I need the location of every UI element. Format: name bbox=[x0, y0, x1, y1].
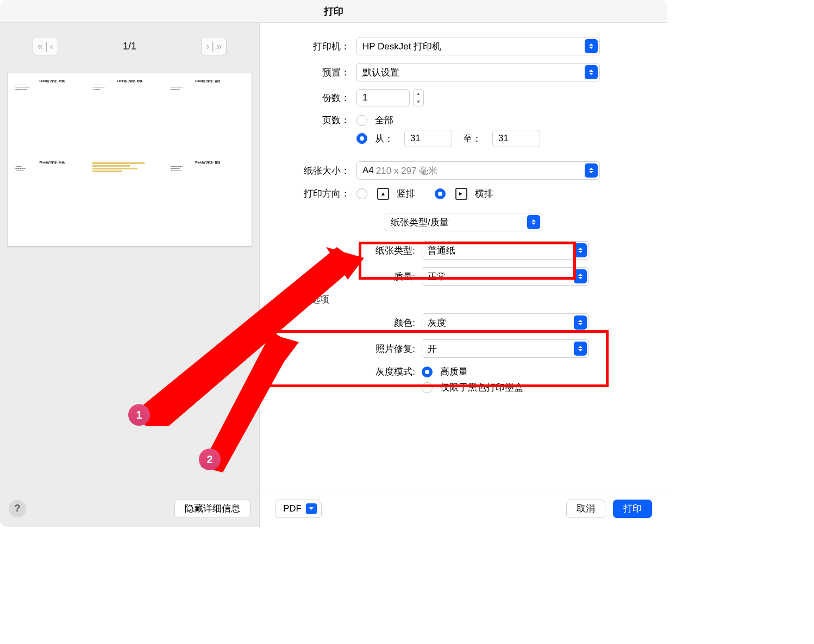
first-page-icon: « bbox=[37, 41, 43, 52]
hide-details-button[interactable]: 隐藏详细信息 bbox=[174, 500, 251, 518]
updown-icon bbox=[527, 215, 540, 229]
footer: ? 隐藏详细信息 PDF 取消 打印 bbox=[0, 490, 667, 527]
portrait-label: 竖排 bbox=[397, 187, 415, 200]
paper-size-label: 纸张大小： bbox=[276, 165, 356, 177]
quality-select[interactable]: 正常 bbox=[422, 267, 589, 286]
paper-type-label: 纸张类型: bbox=[276, 244, 422, 257]
landscape-icon: ▲ bbox=[455, 188, 467, 200]
print-button[interactable]: 打印 bbox=[613, 500, 652, 518]
page-indicator: 1/1 bbox=[123, 41, 136, 52]
portrait-radio[interactable] bbox=[356, 188, 367, 199]
printer-label: 打印机： bbox=[276, 40, 356, 53]
updown-icon bbox=[574, 342, 587, 356]
gray-high-label: 高质量 bbox=[440, 365, 468, 378]
from-page-input[interactable] bbox=[404, 130, 452, 147]
preset-value: 默认设置 bbox=[362, 66, 399, 79]
to-page-input[interactable] bbox=[492, 130, 540, 147]
chevron-down-icon bbox=[306, 503, 317, 514]
copies-label: 份数： bbox=[276, 92, 356, 104]
paper-size-value: A4 bbox=[362, 165, 374, 176]
quality-label: 质量: bbox=[276, 270, 422, 283]
prev-page-buttons[interactable]: « | ‹ bbox=[33, 37, 58, 55]
title-text: 打印 bbox=[324, 5, 343, 18]
cancel-button[interactable]: 取消 bbox=[566, 500, 605, 518]
updown-icon bbox=[574, 269, 587, 283]
gray-black-only-label: 仅限于黑色打印墨盒 bbox=[440, 381, 523, 394]
paper-size-select[interactable]: A4 210 x 297 毫米 bbox=[356, 161, 600, 180]
gray-mode-label: 灰度模式: bbox=[276, 365, 422, 378]
copies-stepper[interactable]: ▲ ▼ bbox=[413, 89, 424, 106]
last-page-icon: » bbox=[216, 41, 222, 52]
color-section-header[interactable]: ▾ 颜色选项 bbox=[287, 293, 651, 306]
color-section-label: 颜色选项 bbox=[292, 293, 329, 306]
updown-icon bbox=[585, 39, 598, 53]
color-select[interactable]: 灰度 bbox=[422, 313, 589, 332]
section-select[interactable]: 纸张类型/质量 bbox=[385, 213, 542, 231]
color-value: 灰度 bbox=[428, 317, 446, 329]
pages-label: 页数： bbox=[276, 114, 356, 127]
next-page-buttons[interactable]: › | » bbox=[201, 37, 227, 55]
help-icon: ? bbox=[15, 503, 21, 514]
paper-size-sub: 210 x 297 毫米 bbox=[376, 165, 437, 177]
photo-fix-select[interactable]: 开 bbox=[422, 339, 589, 358]
printer-value: HP DeskJet 打印机 bbox=[362, 40, 441, 53]
pages-all-radio[interactable] bbox=[356, 115, 367, 126]
preset-label: 预置： bbox=[276, 66, 356, 79]
landscape-radio[interactable] bbox=[435, 188, 446, 199]
stepper-down-icon: ▼ bbox=[414, 98, 423, 106]
section-value: 纸张类型/质量 bbox=[391, 216, 449, 229]
color-label: 颜色: bbox=[276, 317, 422, 329]
pdf-button[interactable]: PDF bbox=[275, 500, 322, 518]
to-label: 至： bbox=[463, 132, 481, 145]
window-title: 打印 bbox=[0, 0, 667, 23]
updown-icon bbox=[585, 163, 598, 178]
preset-select[interactable]: 默认设置 bbox=[356, 63, 600, 81]
portrait-icon: ▲ bbox=[377, 188, 389, 200]
copies-input[interactable] bbox=[356, 89, 410, 106]
annotation-callout-2: 2 bbox=[199, 449, 221, 470]
pages-all-label: 全部 bbox=[375, 114, 393, 127]
gray-high-radio[interactable] bbox=[422, 367, 433, 377]
printer-select[interactable]: HP DeskJet 打印机 bbox=[356, 37, 600, 55]
pages-range-radio[interactable] bbox=[356, 133, 367, 144]
settings-pane: 打印机： HP DeskJet 打印机 预置： 默认设置 份数： ▲ ▼ bbox=[260, 23, 667, 490]
orientation-label: 打印方向： bbox=[276, 187, 356, 200]
gray-black-only-radio[interactable] bbox=[422, 382, 433, 393]
quality-value: 正常 bbox=[428, 270, 446, 283]
help-button[interactable]: ? bbox=[9, 500, 26, 517]
prev-page-icon: ‹ bbox=[50, 41, 53, 52]
updown-icon bbox=[574, 315, 587, 330]
annotation-callout-1: 1 bbox=[128, 404, 150, 426]
print-preview: Flink热门管理 - 时线▪▪▪▪▪▪▪▪▪▪▪▪▪▪▪▪▪▪▪▪▪▪▪▪▪▪… bbox=[8, 73, 252, 247]
from-label: 从： bbox=[375, 132, 393, 145]
updown-icon bbox=[585, 65, 598, 79]
paper-type-value: 普通纸 bbox=[428, 244, 455, 257]
landscape-label: 横排 bbox=[475, 187, 493, 200]
next-page-icon: › bbox=[206, 41, 209, 52]
paper-type-select[interactable]: 普通纸 bbox=[422, 241, 589, 260]
photo-fix-value: 开 bbox=[428, 343, 437, 355]
updown-icon bbox=[574, 243, 587, 257]
chevron-down-icon: ▾ bbox=[287, 296, 290, 304]
stepper-up-icon: ▲ bbox=[414, 90, 423, 98]
photo-fix-label: 照片修复: bbox=[276, 343, 422, 355]
